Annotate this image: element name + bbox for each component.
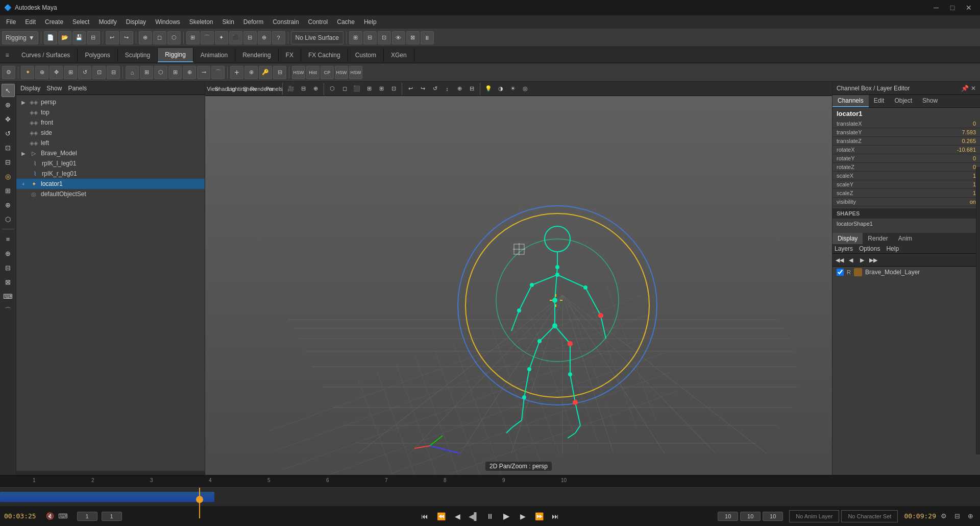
snap-point-btn[interactable]: ✦ [215, 31, 228, 44]
rivet-btn[interactable]: ⊸ [197, 66, 210, 79]
bounding-btn[interactable]: ⊞ [363, 83, 375, 94]
menu-deform[interactable]: Deform [239, 17, 267, 27]
shadow-btn[interactable]: ◑ [495, 83, 506, 94]
tangent-btn[interactable]: ⊟ [273, 66, 286, 79]
outliner-item-front[interactable]: ▶ ◈◈ front [16, 117, 205, 128]
curve-tool-btn[interactable]: ⌒ [211, 66, 225, 79]
outliner-item-side[interactable]: ▶ ◈◈ side [16, 128, 205, 138]
menu-skeleton[interactable]: Skeleton [185, 17, 217, 27]
undo-btn[interactable]: ↩ [106, 31, 119, 44]
plus-btn[interactable]: + [230, 66, 243, 79]
tab-custom[interactable]: Custom [348, 49, 384, 62]
save-scene-btn[interactable]: 💾 [72, 31, 86, 44]
minimize-btn[interactable]: ─ [929, 3, 943, 13]
dolly-btn[interactable]: ⊕ [454, 83, 465, 94]
cb-attr-translateX[interactable]: translateX 0 [832, 119, 980, 128]
layer-row-brave[interactable]: R Brave_Model_Layer [832, 267, 980, 278]
tab-fx-caching[interactable]: FX Caching [301, 49, 348, 62]
step-back-btn[interactable]: ⏪ [434, 509, 448, 523]
outliner-panels-menu[interactable]: Panels [68, 85, 87, 92]
menu-windows[interactable]: Windows [151, 17, 184, 27]
scale-tool-btn[interactable]: ⊡ [92, 66, 106, 79]
scale-lt[interactable]: ⊡ [2, 141, 15, 154]
lattice-btn[interactable]: ⊞ [168, 66, 182, 79]
right-panel-pin[interactable]: 📌 [961, 85, 969, 92]
cb-shape-name[interactable]: locatorShape1 [832, 219, 980, 229]
menu-create[interactable]: Create [41, 17, 67, 27]
attr-lt[interactable]: ⊟ [2, 261, 15, 274]
le-btn-4[interactable]: ▶▶ [868, 255, 878, 265]
timeline-options-btn[interactable]: ⊟ [951, 511, 963, 522]
cb-attr-scaleZ[interactable]: scaleZ 1 [832, 189, 980, 198]
show-manipulator-lt[interactable]: ⊞ [2, 184, 15, 197]
move-keys-btn[interactable]: ⊕ [244, 66, 258, 79]
expand-btn[interactable]: ⊕ [965, 511, 976, 522]
tab-polygons[interactable]: Polygons [78, 49, 117, 62]
universal-manipulator-btn[interactable]: ⊟ [107, 66, 120, 79]
paint-select-btn[interactable]: ⬡ [167, 31, 181, 44]
rotate-tool-btn[interactable]: ↺ [78, 66, 91, 79]
redo-btn[interactable]: ↪ [120, 31, 133, 44]
select-tool-lt[interactable]: ↖ [2, 84, 15, 97]
mute-btn[interactable]: 🔇 [44, 511, 56, 522]
snap-curve-btn[interactable]: ⌒ [201, 31, 214, 44]
cp-btn[interactable]: CP [321, 66, 334, 79]
maximize-btn[interactable]: □ [945, 3, 960, 13]
open-scene-btn[interactable]: 📂 [58, 31, 71, 44]
cb-attr-visibility[interactable]: visibility on [832, 198, 980, 206]
universal-lt[interactable]: ⊟ [2, 155, 15, 169]
resolution-btn[interactable]: ⊡ [388, 83, 399, 94]
outliner-display-menu[interactable]: Display [20, 85, 40, 92]
prev-frame-btn[interactable]: ◀ [450, 509, 464, 523]
cb-attr-rotateZ[interactable]: rotateZ 0 [832, 163, 980, 172]
tab-rendering[interactable]: Rendering [235, 49, 278, 62]
stop-btn[interactable]: ⏸ [483, 509, 497, 523]
render-settings-btn[interactable]: ⊞ [349, 31, 362, 44]
le-btn-2[interactable]: ◀ [846, 255, 856, 265]
tab-animation[interactable]: Animation [193, 49, 235, 62]
component-btn[interactable]: ⊕ [183, 66, 196, 79]
outliner-item-persp[interactable]: ▶ ◈◈ persp [16, 97, 205, 107]
go-to-start-btn[interactable]: ⏮ [418, 509, 432, 523]
script-editor-btn[interactable]: ⌨ [58, 511, 69, 522]
settings-btn[interactable]: ⚙ [2, 66, 15, 79]
sym-btn[interactable]: ⊞ [140, 66, 153, 79]
save-as-btn[interactable]: ⊟ [87, 31, 100, 44]
rotate-lt[interactable]: ↺ [2, 127, 15, 140]
outliner-item-defaultset[interactable]: ▶ ◎ defaultObjectSet [16, 189, 205, 199]
outliner-item-rpik-r[interactable]: ⌇ rpIK_r_leg01 [16, 169, 205, 179]
timeline-track[interactable] [0, 488, 980, 506]
transform-btn[interactable]: ⊞ [64, 66, 77, 79]
play-fwd-btn[interactable]: ▶ [499, 509, 513, 523]
select-tool-btn[interactable]: ⊕ [139, 31, 152, 44]
curve-lt[interactable]: ⌒ [2, 304, 15, 317]
ssao-btn[interactable]: ◎ [520, 83, 531, 94]
playback-options-btn[interactable]: ⚙ [938, 511, 949, 522]
outliner-show-menu[interactable]: Show [46, 85, 62, 92]
menu-control[interactable]: Control [304, 17, 332, 27]
ambient-btn[interactable]: ☀ [507, 83, 519, 94]
tab-sculpting[interactable]: Sculpting [118, 49, 158, 62]
vp-menu-lighting[interactable]: Lighting [232, 83, 243, 94]
next-frame-btn[interactable]: ▶ [516, 509, 530, 523]
hsw-3-btn[interactable]: HSW [349, 66, 362, 79]
new-scene-btn[interactable]: 📄 [44, 31, 57, 44]
menu-cache[interactable]: Cache [333, 17, 359, 27]
le-tab-display[interactable]: Display [832, 233, 863, 244]
snap-lt[interactable]: ⊕ [2, 198, 15, 211]
right-scrollbar[interactable] [976, 167, 980, 455]
grid-btn[interactable]: ⊞ [376, 83, 387, 94]
hist-btn[interactable]: Hist [306, 66, 320, 79]
le-tab-render[interactable]: Render [863, 233, 893, 244]
step-fwd-btn[interactable]: ⏩ [532, 509, 546, 523]
right-panel-close[interactable]: ✕ [971, 85, 976, 92]
snap-magnet-btn[interactable]: ? [272, 31, 285, 44]
track-btn[interactable]: ↕ [442, 83, 453, 94]
go-to-end-btn[interactable]: ⏭ [548, 509, 562, 523]
le-menu-help[interactable]: Help [886, 245, 899, 252]
cb-tab-channels[interactable]: Channels [832, 95, 869, 107]
move-lt[interactable]: ✥ [2, 112, 15, 126]
menu-constrain[interactable]: Constrain [268, 17, 303, 27]
workspace-dropdown[interactable]: Rigging ▼ [2, 31, 38, 44]
menu-file[interactable]: File [2, 17, 20, 27]
